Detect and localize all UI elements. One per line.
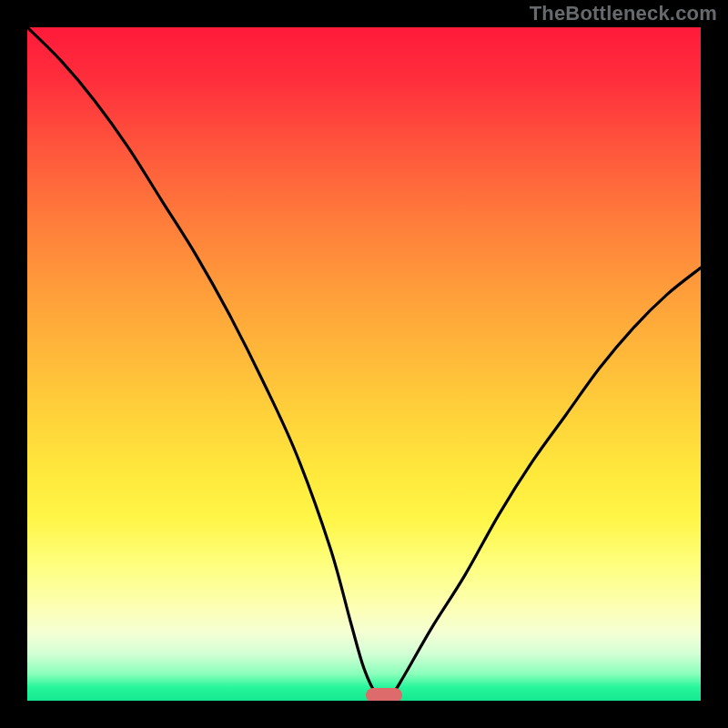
optimal-point-marker: [366, 688, 402, 701]
plot-area: [27, 27, 701, 701]
bottleneck-curve: [27, 27, 701, 701]
curve-path: [27, 27, 701, 698]
chart-frame: TheBottleneck.com: [0, 0, 728, 728]
watermark-text: TheBottleneck.com: [530, 2, 717, 25]
